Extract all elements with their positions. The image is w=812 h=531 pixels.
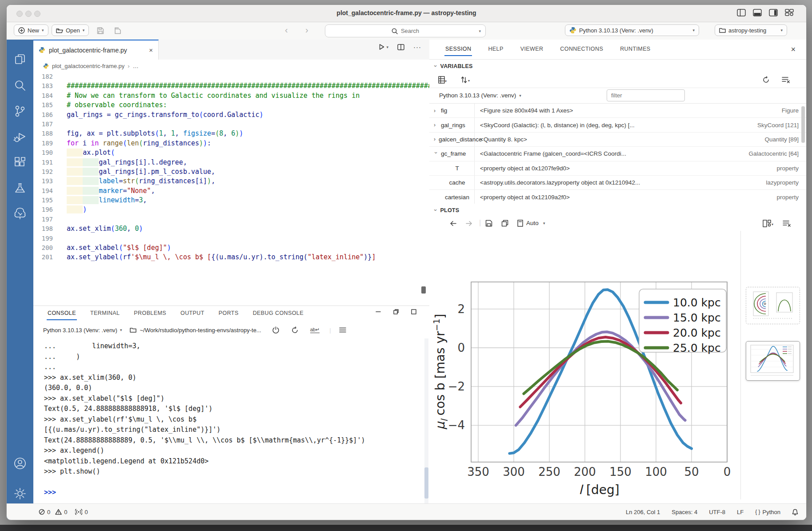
open-button[interactable]: Open▾ xyxy=(52,24,89,36)
cursor-position[interactable]: Ln 206, Col 1 xyxy=(626,509,660,515)
plot-thumbnail-current[interactable] xyxy=(746,341,800,381)
project-select[interactable]: astropy-testing ▾ xyxy=(715,24,787,36)
settings-gear-icon[interactable] xyxy=(13,487,27,501)
variables-scrollbar[interactable] xyxy=(801,106,805,143)
minimize-panel-icon[interactable] xyxy=(375,309,381,315)
search-sidebar-icon[interactable] xyxy=(13,78,27,93)
copy-plot-icon[interactable] xyxy=(501,220,508,227)
split-editor-icon[interactable] xyxy=(397,44,404,50)
forward-arrow[interactable]: › xyxy=(305,25,308,35)
extensions-icon[interactable] xyxy=(13,156,27,170)
next-plot-icon[interactable] xyxy=(465,220,473,227)
code-line-201[interactable]: 201ax.set_ylabel(rf'$\mu_l \, \cos b$ [{… xyxy=(33,253,429,262)
code-line-182[interactable]: 182 xyxy=(33,72,429,81)
variables-section-header[interactable]: › VARIABLES xyxy=(429,60,806,72)
code-line-195[interactable]: 195 linewidth=3, xyxy=(33,196,429,205)
tab-output[interactable]: OUTPUT xyxy=(180,307,205,320)
toggle-secondary-sidebar-icon[interactable] xyxy=(769,9,778,16)
code-line-197[interactable]: 197 xyxy=(33,215,429,224)
console-output[interactable]: ... linewidth=3,... )...>>> ax.set_xlim(… xyxy=(33,338,429,504)
problems-indicator[interactable]: 0 0 xyxy=(39,509,67,515)
code-line-187[interactable]: 187 xyxy=(33,120,429,129)
sizing-policy-icon[interactable] xyxy=(517,220,523,227)
code-line-193[interactable]: 193 label=str(ring_distances[i]), xyxy=(33,177,429,186)
environment-icon[interactable] xyxy=(13,206,27,221)
code-line-189[interactable]: 189for i in range(len(ring_distances)): xyxy=(33,139,429,148)
variable-row-cartesian[interactable]: cartesian<property object at 0x12109a2f0… xyxy=(429,190,806,204)
breadcrumb[interactable]: plot_galactocentric-frame.py › … xyxy=(33,60,429,72)
plots-section-header[interactable]: › PLOTS xyxy=(429,204,806,217)
new-button[interactable]: New▾ xyxy=(14,24,48,36)
code-line-191[interactable]: 191 gal_rings[i].l.degree, xyxy=(33,158,429,167)
plot-thumbnail-rings[interactable] xyxy=(746,287,800,324)
editor-tab[interactable]: plot_galactocentric-frame.py × xyxy=(33,40,159,60)
tab-debug-console[interactable]: DEBUG CONSOLE xyxy=(252,307,304,320)
collapse-icon[interactable]: › xyxy=(433,152,439,156)
tab-viewer[interactable]: VIEWER xyxy=(520,43,544,56)
run-debug-icon[interactable] xyxy=(13,130,27,144)
notifications-bell-icon[interactable] xyxy=(792,509,798,515)
variable-row-fig[interactable]: ›fig<Figure size 800x494 with 1 Axes>Fig… xyxy=(429,104,806,118)
language-mode[interactable]: { }Python xyxy=(755,509,780,515)
refresh-variables-icon[interactable] xyxy=(762,76,770,84)
code-line-200[interactable]: 200ax.set_xlabel("$l$ [deg]") xyxy=(33,243,429,253)
sort-icon[interactable]: ▾ xyxy=(460,76,471,84)
code-line-196[interactable]: 196 ) xyxy=(33,205,429,214)
maximize-panel-icon[interactable] xyxy=(411,309,417,315)
indentation[interactable]: Spaces: 4 xyxy=(672,509,697,515)
tab-console[interactable]: CONSOLE xyxy=(47,307,77,320)
variable-row-gal_rings[interactable]: ›gal_rings<SkyCoord (Galactic): (l, b, d… xyxy=(429,118,806,132)
code-editor[interactable]: 182183##################################… xyxy=(33,72,429,307)
ports-indicator[interactable]: 0 xyxy=(75,509,88,515)
tab-session[interactable]: SESSION xyxy=(444,43,472,56)
code-line-194[interactable]: 194 marker="None", xyxy=(33,186,429,196)
expand-icon[interactable]: › xyxy=(434,136,436,142)
expand-icon[interactable]: › xyxy=(434,108,438,114)
code-line-185[interactable]: 185# observable coordinates: xyxy=(33,101,429,110)
variables-interpreter[interactable]: Python 3.10.13 (Venv: .venv) xyxy=(439,92,516,99)
code-line-198[interactable]: 198ax.set_xlim(360, 0) xyxy=(33,224,429,233)
source-control-icon[interactable] xyxy=(13,104,27,118)
save-icon[interactable] xyxy=(97,27,104,34)
tab-problems[interactable]: PROBLEMS xyxy=(133,307,167,320)
explorer-icon[interactable] xyxy=(13,52,27,66)
code-line-199[interactable]: 199 xyxy=(33,234,429,243)
save-plot-icon[interactable] xyxy=(485,220,492,227)
toggle-sidebar-icon[interactable] xyxy=(737,9,746,16)
tab-help[interactable]: HELP xyxy=(487,43,504,56)
code-line-192[interactable]: 192 gal_rings[i].pm_l_cosb.value, xyxy=(33,167,429,177)
restart-icon[interactable] xyxy=(291,326,299,334)
console-interpreter[interactable]: Python 3.10.13 (Venv: .venv) xyxy=(43,327,117,334)
clear-variables-icon[interactable] xyxy=(782,76,790,83)
eol-sequence[interactable]: LF xyxy=(737,509,744,515)
code-line-184[interactable]: 184# Now we can transform to Galactic co… xyxy=(33,91,429,101)
code-line-188[interactable]: 188fig, ax = plt.subplots(1, 1, figsize=… xyxy=(33,129,429,138)
variable-row-galcen_distance[interactable]: ›galcen_distance<Quantity 8. kpc>Quantit… xyxy=(429,133,806,147)
console-menu-icon[interactable] xyxy=(339,327,346,333)
plot-layout-icon[interactable]: ▾ xyxy=(763,220,773,227)
run-file-button[interactable]: ▾ xyxy=(378,44,388,50)
editor-scrollbar[interactable] xyxy=(421,286,426,294)
account-icon[interactable] xyxy=(13,456,27,471)
customize-layout-icon[interactable] xyxy=(785,9,794,16)
current-plot[interactable]: 35030025020015010050020−2−410.0 kpc15.0 … xyxy=(429,231,741,504)
toggle-panel-icon[interactable] xyxy=(753,9,762,16)
code-line-186[interactable]: 186gal_rings = gc_rings.transform_to(coo… xyxy=(33,110,429,120)
sizing-policy-label[interactable]: Auto xyxy=(526,220,539,226)
encoding[interactable]: UTF-8 xyxy=(709,509,725,515)
expand-icon[interactable]: › xyxy=(434,122,438,128)
variable-row-T[interactable]: T<property object at 0x1207fe9d0>propert… xyxy=(429,161,806,176)
clear-plots-icon[interactable] xyxy=(783,220,791,227)
code-line-190[interactable]: 190 ax.plot( xyxy=(33,148,429,157)
tab-close-icon[interactable]: × xyxy=(149,46,153,54)
search-input[interactable]: Search ▾ xyxy=(325,24,486,37)
previous-plot-icon[interactable] xyxy=(449,220,457,227)
variable-row-cache[interactable]: cache<astropy.utils.decorators.lazyprope… xyxy=(429,176,806,190)
close-sidebar-icon[interactable]: × xyxy=(791,45,796,54)
code-line-183[interactable]: 183#####################################… xyxy=(33,81,429,91)
tab-terminal[interactable]: TERMINAL xyxy=(89,307,120,320)
restore-panel-icon[interactable] xyxy=(393,309,399,315)
save-all-icon[interactable] xyxy=(113,27,121,34)
back-arrow[interactable]: ‹ xyxy=(285,25,288,35)
tab-connections[interactable]: CONNECTIONS xyxy=(559,43,604,56)
